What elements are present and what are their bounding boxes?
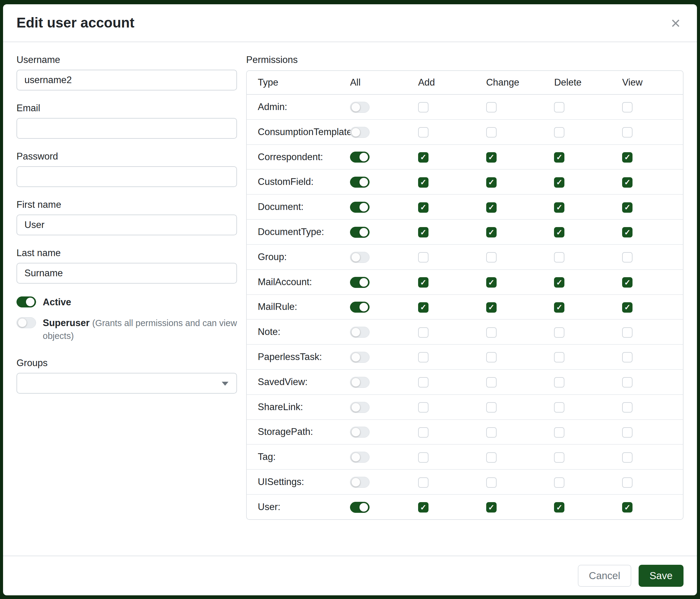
permission-delete-checkbox[interactable] <box>554 102 565 113</box>
permission-view-checkbox[interactable] <box>622 227 632 237</box>
superuser-toggle[interactable] <box>17 317 36 328</box>
permission-delete-checkbox[interactable] <box>554 252 565 263</box>
permission-change-checkbox[interactable] <box>486 277 497 288</box>
permission-delete-checkbox[interactable] <box>554 402 565 413</box>
permission-add-checkbox[interactable] <box>418 302 428 313</box>
permission-add-checkbox[interactable] <box>418 152 428 163</box>
permission-all-toggle[interactable] <box>350 227 370 238</box>
permission-view-checkbox[interactable] <box>622 202 632 213</box>
last-name-input[interactable] <box>17 263 237 284</box>
permission-all-toggle[interactable] <box>350 252 370 263</box>
permission-all-toggle[interactable] <box>350 502 370 513</box>
permission-all-toggle[interactable] <box>350 477 370 488</box>
permission-add-checkbox[interactable] <box>418 177 428 188</box>
permission-add-checkbox[interactable] <box>418 352 428 362</box>
permission-change-checkbox[interactable] <box>486 452 497 463</box>
permission-change-checkbox[interactable] <box>486 252 497 263</box>
permission-delete-checkbox[interactable] <box>554 177 565 188</box>
email-input[interactable] <box>17 118 237 139</box>
permission-delete-checkbox[interactable] <box>554 302 565 313</box>
permission-delete-checkbox[interactable] <box>554 327 565 338</box>
permissions-section: Permissions TypeAllAddChangeDeleteView A… <box>246 54 683 550</box>
permission-change-checkbox[interactable] <box>486 327 497 338</box>
permission-all-toggle[interactable] <box>350 102 370 113</box>
permission-type-label: SavedView: <box>247 369 343 394</box>
permission-all-toggle[interactable] <box>350 277 370 288</box>
permission-add-checkbox[interactable] <box>418 377 428 387</box>
permission-add-checkbox[interactable] <box>418 452 428 463</box>
permission-change-checkbox[interactable] <box>486 402 497 413</box>
permission-delete-checkbox[interactable] <box>554 452 565 463</box>
permission-view-checkbox[interactable] <box>622 377 632 387</box>
permission-delete-checkbox[interactable] <box>554 352 565 362</box>
permission-add-checkbox[interactable] <box>418 477 428 488</box>
cancel-button[interactable]: Cancel <box>578 565 631 587</box>
permission-add-checkbox[interactable] <box>418 202 428 213</box>
permission-add-checkbox[interactable] <box>418 402 428 413</box>
permission-view-checkbox[interactable] <box>622 402 632 413</box>
permission-all-toggle[interactable] <box>350 352 370 363</box>
permission-all-toggle[interactable] <box>350 202 370 213</box>
permission-add-checkbox[interactable] <box>418 277 428 288</box>
permission-add-checkbox[interactable] <box>418 502 428 512</box>
permission-delete-checkbox[interactable] <box>554 277 565 288</box>
permission-all-toggle[interactable] <box>350 151 370 163</box>
permission-view-checkbox[interactable] <box>622 152 632 163</box>
permission-all-toggle[interactable] <box>350 127 370 138</box>
save-button[interactable]: Save <box>639 565 683 587</box>
permission-view-checkbox[interactable] <box>622 477 632 488</box>
permission-view-checkbox[interactable] <box>622 327 632 338</box>
permission-delete-checkbox[interactable] <box>554 502 565 512</box>
permission-delete-checkbox[interactable] <box>554 477 565 488</box>
permission-change-checkbox[interactable] <box>486 302 497 313</box>
permission-all-toggle[interactable] <box>350 177 370 188</box>
permission-view-checkbox[interactable] <box>622 502 632 512</box>
permission-view-checkbox[interactable] <box>622 302 632 313</box>
username-input[interactable] <box>17 70 237 91</box>
permission-add-checkbox[interactable] <box>418 227 428 237</box>
permission-add-checkbox[interactable] <box>418 327 428 338</box>
permission-add-checkbox[interactable] <box>418 102 428 113</box>
password-input[interactable] <box>17 166 237 187</box>
permission-delete-checkbox[interactable] <box>554 127 565 138</box>
permission-all-toggle[interactable] <box>350 402 370 413</box>
permission-change-checkbox[interactable] <box>486 127 497 138</box>
permission-change-checkbox[interactable] <box>486 177 497 188</box>
permission-change-checkbox[interactable] <box>486 427 497 438</box>
permission-add-checkbox[interactable] <box>418 427 428 438</box>
permission-change-checkbox[interactable] <box>486 152 497 163</box>
permission-add-checkbox[interactable] <box>418 252 428 263</box>
permission-view-checkbox[interactable] <box>622 127 632 138</box>
permission-change-checkbox[interactable] <box>486 227 497 237</box>
permission-delete-checkbox[interactable] <box>554 202 565 213</box>
permission-all-toggle[interactable] <box>350 452 370 463</box>
permission-delete-checkbox[interactable] <box>554 377 565 387</box>
permission-change-checkbox[interactable] <box>486 377 497 387</box>
permission-change-checkbox[interactable] <box>486 202 497 213</box>
permission-change-checkbox[interactable] <box>486 477 497 488</box>
permission-view-checkbox[interactable] <box>622 277 632 288</box>
permission-add-checkbox[interactable] <box>418 127 428 138</box>
permission-all-toggle[interactable] <box>350 377 370 388</box>
permission-delete-checkbox[interactable] <box>554 427 565 438</box>
permission-all-toggle[interactable] <box>350 302 370 313</box>
permission-change-checkbox[interactable] <box>486 352 497 362</box>
permission-view-checkbox[interactable] <box>622 452 632 463</box>
first-name-input[interactable] <box>17 215 237 235</box>
permission-view-checkbox[interactable] <box>622 177 632 188</box>
username-field-group: Username <box>17 54 237 91</box>
active-toggle[interactable] <box>17 296 36 308</box>
permission-delete-checkbox[interactable] <box>554 152 565 163</box>
permission-all-toggle[interactable] <box>350 427 370 438</box>
permission-delete-checkbox[interactable] <box>554 227 565 237</box>
toggle-knob <box>352 253 360 262</box>
permission-change-checkbox[interactable] <box>486 102 497 113</box>
permission-change-checkbox[interactable] <box>486 502 497 512</box>
close-button[interactable]: × <box>668 14 683 32</box>
permission-all-toggle[interactable] <box>350 327 370 338</box>
groups-select[interactable] <box>17 373 237 393</box>
permission-view-checkbox[interactable] <box>622 252 632 263</box>
permission-view-checkbox[interactable] <box>622 427 632 438</box>
permission-view-checkbox[interactable] <box>622 352 632 362</box>
permission-view-checkbox[interactable] <box>622 102 632 113</box>
